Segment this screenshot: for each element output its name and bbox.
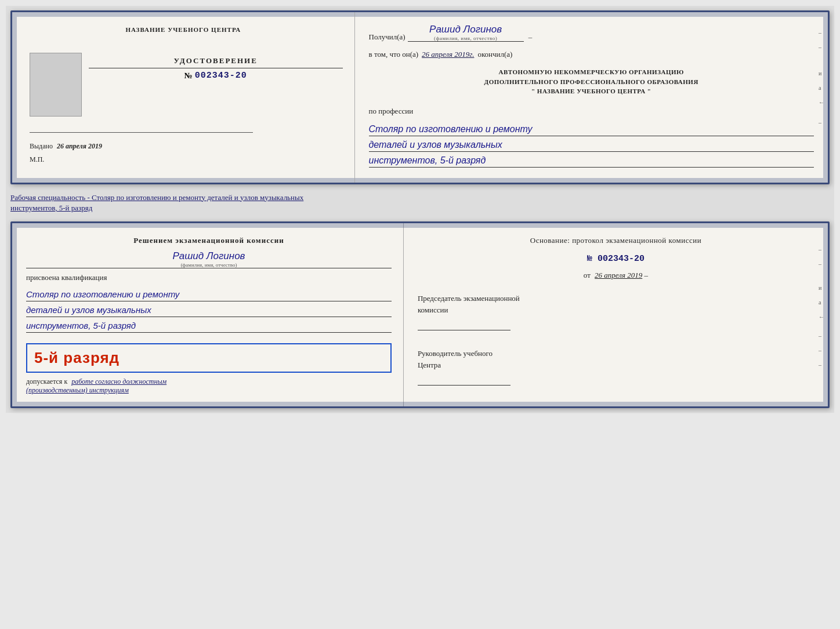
director-block: Руководитель учебного Центра bbox=[418, 348, 814, 390]
rank-box: 5-й разряд bbox=[26, 343, 392, 373]
qual-line-2: деталей и узлов музыкальных bbox=[26, 305, 392, 317]
issued-date: 26 апреля 2019 bbox=[57, 142, 102, 150]
qual-text-3: инструментов, 5-й разряд bbox=[26, 321, 136, 330]
profession-lines: Столяр по изготовлению и ремонту деталей… bbox=[369, 124, 814, 171]
допускается-line: допускается к работе согласно должностны… bbox=[26, 377, 392, 395]
cert-title: УДОСТОВЕРЕНИЕ bbox=[89, 56, 343, 66]
date-suffix: окончил(а) bbox=[477, 50, 512, 59]
decision-subtitle: (фамилия, имя, отчество) bbox=[180, 262, 237, 268]
profession-line-2: деталей и узлов музыкальных bbox=[369, 140, 814, 152]
from-prefix: от bbox=[584, 271, 591, 279]
recipient-line: Получил(а) Рашид Логинов (фамилия, имя, … bbox=[369, 24, 814, 42]
decision-name-block: Рашид Логинов (фамилия, имя, отчество) bbox=[26, 250, 392, 268]
допускается-text2: (производственным) инструкциям bbox=[26, 386, 129, 394]
qual-lines: Столяр по изготовлению и ремонту деталей… bbox=[26, 289, 392, 336]
date-line: в том, что он(а) 26 апреля 2019г. окончи… bbox=[369, 50, 814, 59]
допускается-prefix: допускается к bbox=[26, 377, 67, 386]
director-role: Руководитель учебного Центра bbox=[418, 348, 814, 370]
chairman-sig-line bbox=[418, 319, 510, 330]
recipient-prefix: Получил(а) bbox=[369, 32, 405, 42]
cert-number-prefix: № bbox=[184, 71, 193, 81]
rank-text: 5-й разряд bbox=[34, 349, 120, 366]
profession-text-2: деталей и узлов музыкальных bbox=[369, 140, 502, 150]
right-edge-marks: – – и а ← – bbox=[819, 30, 824, 126]
decision-text: Решением экзаменационной комиссии bbox=[26, 235, 392, 246]
qual-text-2: деталей и узлов музыкальных bbox=[26, 305, 151, 315]
qual-text-1: Столяр по изготовлению и ремонту bbox=[26, 289, 179, 299]
org-line1: АВТОНОМНУЮ НЕКОММЕРЧЕСКУЮ ОРГАНИЗАЦИЮ bbox=[369, 67, 814, 77]
date-prefix: в том, что он(а) bbox=[369, 50, 419, 59]
date-value: 26 апреля 2019г. bbox=[422, 50, 474, 59]
org-line3: " НАЗВАНИЕ УЧЕБНОГО ЦЕНТРА " bbox=[369, 86, 814, 96]
cert-number: 002343-20 bbox=[195, 71, 247, 81]
bottom-doc-right: – – и а ← – – – Основание: протокол экза… bbox=[404, 223, 828, 407]
profession-text-3: инструментов, 5-й разряд bbox=[369, 155, 486, 165]
top-doc-right: – – и а ← – Получил(а) Рашид Логинов (фа… bbox=[355, 12, 828, 183]
basis-text: Основание: протокол экзаменационной коми… bbox=[418, 235, 814, 246]
decision-name: Рашид Логинов bbox=[172, 250, 245, 262]
profession-line-3: инструментов, 5-й разряд bbox=[369, 155, 814, 168]
chairman-block: Председатель экзаменационной комиссии bbox=[418, 293, 814, 335]
bottom-doc-left: Решением экзаменационной комиссии Рашид … bbox=[12, 223, 404, 407]
org-line2: ДОПОЛНИТЕЛЬНОГО ПРОФЕССИОНАЛЬНОГО ОБРАЗО… bbox=[369, 77, 814, 87]
director-sig-line bbox=[418, 374, 510, 386]
mp-label: М.П. bbox=[30, 155, 343, 164]
bottom-document: Решением экзаменационной комиссии Рашид … bbox=[10, 221, 830, 409]
profession-text-1: Столяр по изготовлению и ремонту bbox=[369, 124, 533, 134]
recipient-name-block: Рашид Логинов (фамилия, имя, отчество) bbox=[408, 24, 524, 42]
recipient-subtitle: (фамилия, имя, отчество) bbox=[434, 35, 497, 41]
issued-line: Выдано 26 апреля 2019 bbox=[30, 142, 343, 151]
top-document: НАЗВАНИЕ УЧЕБНОГО ЦЕНТРА УДОСТОВЕРЕНИЕ №… bbox=[10, 10, 830, 184]
from-date: 26 апреля 2019 bbox=[595, 271, 642, 279]
dash: – bbox=[528, 32, 533, 42]
org-block: АВТОНОМНУЮ НЕКОММЕРЧЕСКУЮ ОРГАНИЗАЦИЮ ДО… bbox=[369, 67, 814, 96]
issued-label: Выдано bbox=[30, 142, 53, 150]
right-edge-marks-bottom: – – и а ← – – – bbox=[819, 246, 824, 368]
protocol-number: № 002343-20 bbox=[418, 254, 814, 264]
qual-line-1: Столяр по изготовлению и ремонту bbox=[26, 289, 392, 301]
qual-line-3: инструментов, 5-й разряд bbox=[26, 321, 392, 333]
photo-placeholder bbox=[30, 53, 82, 117]
from-date-line: от 26 апреля 2019 – bbox=[418, 271, 814, 280]
profession-label: по профессии bbox=[369, 107, 814, 116]
separator-text: Рабочая специальность - Столяр по изгото… bbox=[10, 189, 830, 217]
допускается-text: работе согласно должностным bbox=[71, 377, 166, 386]
top-doc-left: НАЗВАНИЕ УЧЕБНОГО ЦЕНТРА УДОСТОВЕРЕНИЕ №… bbox=[12, 12, 355, 183]
org-name-top: НАЗВАНИЕ УЧЕБНОГО ЦЕНТРА bbox=[125, 26, 241, 33]
qual-label: присвоена квалификация bbox=[26, 273, 392, 282]
profession-line-1: Столяр по изготовлению и ремонту bbox=[369, 124, 814, 136]
chairman-role: Председатель экзаменационной комиссии bbox=[418, 293, 814, 315]
recipient-name: Рашид Логинов bbox=[425, 24, 506, 35]
